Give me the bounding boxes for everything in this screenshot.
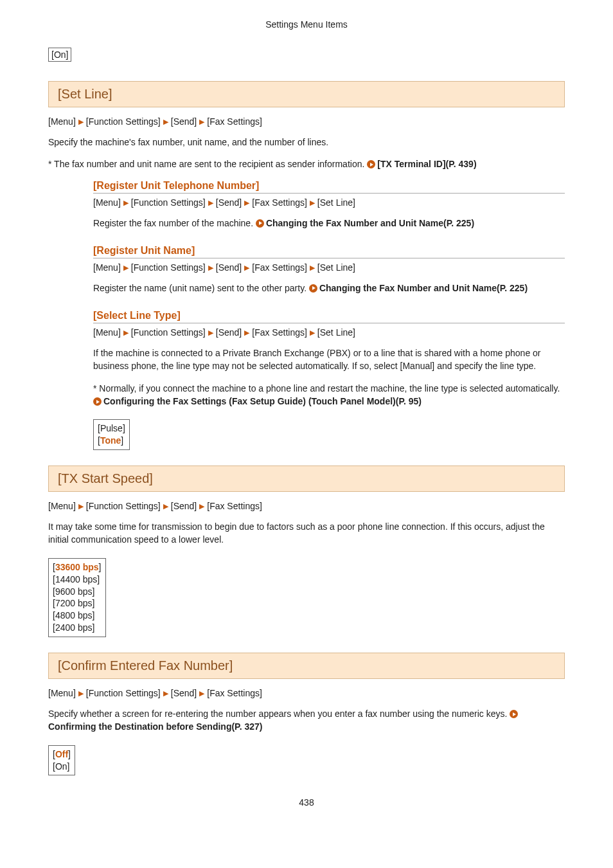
option-item: [2400 bps] — [53, 622, 102, 634]
chevron-right-icon: ▶ — [161, 502, 171, 510]
page-number: 438 — [48, 797, 565, 808]
play-circle-icon — [93, 397, 102, 406]
text: Register the name (unit name) sent to th… — [93, 283, 309, 293]
breadcrumb-item: [Fax Settings] — [252, 262, 307, 273]
section-title-set-line: [Set Line] — [48, 81, 565, 107]
breadcrumb-item: [Function Settings] — [131, 327, 206, 338]
option-item-default: [Off] — [53, 748, 71, 761]
breadcrumb-item: [Function Settings] — [131, 197, 206, 208]
chevron-right-icon: ▶ — [76, 118, 86, 125]
subsection-title-reg-name: [Register Unit Name] — [93, 245, 565, 258]
chevron-right-icon: ▶ — [76, 502, 86, 510]
breadcrumb-item: [Menu] — [48, 116, 76, 127]
breadcrumb-item: [Menu] — [93, 327, 121, 338]
option-item-default: [Tone] — [98, 435, 125, 447]
breadcrumb-reg-tel: [Menu]▶[Function Settings]▶[Send]▶[Fax S… — [93, 197, 565, 208]
chevron-right-icon: ▶ — [307, 199, 317, 206]
play-circle-icon — [367, 160, 375, 168]
breadcrumb-item: [Menu] — [48, 688, 76, 698]
chevron-right-icon: ▶ — [197, 118, 207, 125]
set-line-desc2: * The fax number and unit name are sent … — [48, 158, 565, 170]
sel-line-p1: If the machine is connected to a Private… — [93, 347, 565, 373]
tx-speed-desc: It may take some time for transmission t… — [48, 520, 565, 547]
breadcrumb-item: [Send] — [171, 501, 197, 511]
breadcrumb-item: [Send] — [171, 116, 197, 127]
chevron-right-icon: ▶ — [197, 502, 207, 510]
chevron-right-icon: ▶ — [242, 264, 252, 271]
chevron-right-icon: ▶ — [206, 329, 216, 336]
option-item: [Pulse] — [98, 422, 125, 435]
option-box-tx-speed: [33600 bps] [14400 bps] [9600 bps] [7200… — [48, 558, 106, 637]
section-title-tx-speed: [TX Start Speed] — [48, 466, 565, 492]
chevron-right-icon: ▶ — [206, 199, 216, 206]
option-item-default: [33600 bps] — [53, 561, 102, 574]
cross-ref-link[interactable]: Changing the Fax Number and Unit Name(P.… — [266, 218, 474, 228]
sel-line-p2: * Normally, if you connect the machine t… — [93, 382, 565, 408]
confirm-fax-desc: Specify whether a screen for re-entering… — [48, 707, 565, 734]
breadcrumb-item: [Fax Settings] — [207, 688, 262, 698]
cross-ref-link[interactable]: Configuring the Fax Settings (Fax Setup … — [103, 396, 422, 406]
top-option-box: [On] — [48, 48, 71, 62]
option-item: [On] — [53, 761, 71, 773]
breadcrumb-tx-speed: [Menu]▶[Function Settings]▶[Send]▶[Fax S… — [48, 501, 565, 511]
breadcrumb-set-line: [Menu]▶[Function Settings]▶[Send]▶[Fax S… — [48, 116, 565, 127]
default-value: Tone — [100, 435, 121, 446]
cross-ref-link[interactable]: Confirming the Destination before Sendin… — [48, 721, 262, 732]
chevron-right-icon: ▶ — [307, 264, 317, 271]
chevron-right-icon: ▶ — [242, 329, 252, 336]
option-item: [4800 bps] — [53, 610, 102, 622]
chevron-right-icon: ▶ — [161, 689, 171, 697]
option-item: [9600 bps] — [53, 586, 102, 598]
breadcrumb-item: [Menu] — [48, 501, 76, 511]
breadcrumb-item: [Menu] — [93, 262, 121, 273]
breadcrumb-item: [Send] — [216, 197, 242, 208]
subsection-title-reg-tel: [Register Unit Telephone Number] — [93, 180, 565, 194]
breadcrumb-item: [Function Settings] — [131, 262, 206, 273]
subsection-title-sel-line: [Select Line Type] — [93, 310, 565, 323]
chevron-right-icon: ▶ — [121, 264, 131, 271]
chevron-right-icon: ▶ — [307, 329, 317, 336]
chevron-right-icon: ▶ — [161, 118, 171, 125]
running-header: Settings Menu Items — [48, 19, 565, 30]
breadcrumb-item: [Function Settings] — [86, 501, 161, 511]
chevron-right-icon: ▶ — [242, 199, 252, 206]
breadcrumb-item: [Set Line] — [317, 262, 355, 273]
breadcrumb-item: [Send] — [171, 688, 197, 698]
text: Register the fax number of the machine. — [93, 218, 256, 228]
text: * Normally, if you connect the machine t… — [93, 383, 560, 393]
breadcrumb-reg-name: [Menu]▶[Function Settings]▶[Send]▶[Fax S… — [93, 262, 565, 273]
chevron-right-icon: ▶ — [76, 689, 86, 697]
text: Specify whether a screen for re-entering… — [48, 709, 510, 719]
set-line-desc1: Specify the machine's fax number, unit n… — [48, 136, 565, 149]
breadcrumb-item: [Function Settings] — [86, 688, 161, 698]
breadcrumb-item: [Fax Settings] — [207, 501, 262, 511]
chevron-right-icon: ▶ — [121, 199, 131, 206]
breadcrumb-confirm-fax: [Menu]▶[Function Settings]▶[Send]▶[Fax S… — [48, 688, 565, 698]
breadcrumb-item: [Menu] — [93, 197, 121, 208]
text: * The fax number and unit name are sent … — [48, 159, 367, 169]
chevron-right-icon: ▶ — [197, 689, 207, 697]
reg-name-desc: Register the name (unit name) sent to th… — [93, 282, 565, 294]
default-value: 33600 bps — [55, 562, 99, 572]
cross-ref-link[interactable]: Changing the Fax Number and Unit Name(P.… — [319, 283, 528, 293]
play-circle-icon — [510, 710, 518, 718]
chevron-right-icon: ▶ — [121, 329, 131, 336]
option-item: [14400 bps] — [53, 574, 102, 586]
section-title-confirm-fax: [Confirm Entered Fax Number] — [48, 653, 565, 679]
breadcrumb-item: [Send] — [216, 327, 242, 338]
breadcrumb-item: [Set Line] — [317, 197, 355, 208]
breadcrumb-item: [Function Settings] — [86, 116, 161, 127]
play-circle-icon — [309, 284, 317, 293]
breadcrumb-item: [Fax Settings] — [207, 116, 262, 127]
breadcrumb-item: [Set Line] — [317, 327, 355, 338]
breadcrumb-item: [Fax Settings] — [252, 197, 307, 208]
option-item: [7200 bps] — [53, 597, 102, 610]
reg-tel-desc: Register the fax number of the machine. … — [93, 217, 565, 230]
chevron-right-icon: ▶ — [206, 264, 216, 271]
cross-ref-link[interactable]: [TX Terminal ID](P. 439) — [377, 159, 476, 169]
option-box-line-type: [Pulse] [Tone] — [93, 419, 130, 450]
breadcrumb-sel-line: [Menu]▶[Function Settings]▶[Send]▶[Fax S… — [93, 327, 565, 338]
default-value: Off — [55, 749, 68, 759]
breadcrumb-item: [Fax Settings] — [252, 327, 307, 338]
play-circle-icon — [256, 219, 264, 228]
